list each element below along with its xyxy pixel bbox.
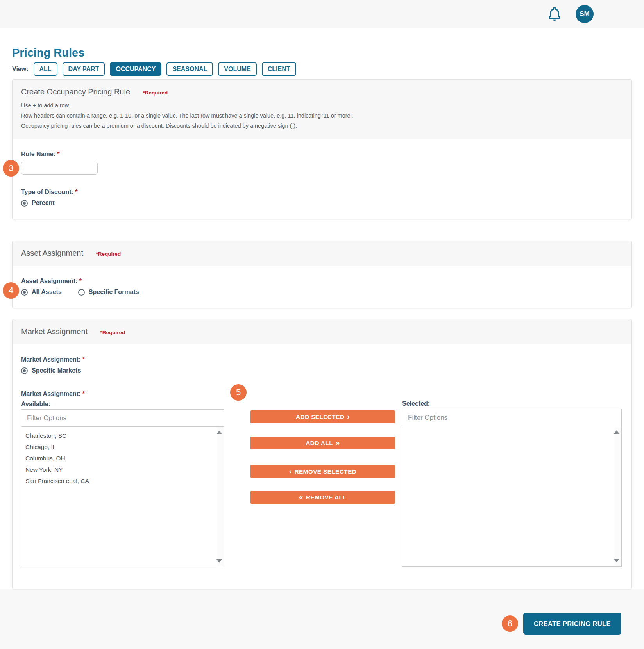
view-tab[interactable]: OCCUPANCY	[110, 62, 161, 76]
remove-selected-button[interactable]: ‹ REMOVE SELECTED	[250, 465, 395, 478]
remove-all-button[interactable]: « REMOVE ALL	[250, 491, 395, 504]
rule-name-label: Rule Name: *	[21, 149, 623, 159]
scroll-down-arrow-icon[interactable]	[614, 559, 619, 562]
double-chevron-left-icon: «	[299, 493, 303, 501]
scroll-down-arrow-icon[interactable]	[216, 559, 222, 563]
list-item[interactable]: Charleston, SC	[25, 430, 215, 441]
selected-list[interactable]	[402, 426, 622, 567]
required-note: *Required	[100, 330, 125, 335]
list-item[interactable]: New York, NY	[25, 464, 215, 475]
radio-icon	[21, 367, 28, 374]
chevron-right-icon: ›	[347, 413, 350, 420]
required-note: *Required	[143, 90, 168, 96]
add-selected-button[interactable]: ADD SELECTED ›	[250, 410, 395, 423]
view-tab[interactable]: SEASONAL	[166, 62, 213, 76]
available-filter-input[interactable]	[21, 409, 224, 427]
asset-assignment-label: Asset Assignment: *	[21, 276, 623, 286]
card-title: Market Assignment	[21, 327, 88, 336]
discount-type-radio-group: Percent	[21, 199, 623, 207]
selected-column: Selected:	[402, 389, 622, 567]
radio-option[interactable]: All Assets	[21, 289, 62, 296]
avatar[interactable]: SM	[576, 5, 594, 23]
available-list[interactable]: Charleston, SCChicago, ILColumbus, OHNew…	[21, 426, 224, 567]
market-assignment-label: Market Assignment: *	[21, 355, 623, 365]
scroll-up-arrow-icon[interactable]	[216, 431, 222, 434]
view-tab[interactable]: DAY PART	[63, 62, 105, 76]
card-header: Market Assignment *Required	[13, 319, 631, 344]
required-asterisk: *	[82, 356, 85, 363]
chevron-left-icon: ‹	[289, 467, 292, 475]
card-header: Asset Assignment *Required	[13, 241, 631, 266]
radio-option[interactable]: Percent	[21, 200, 55, 207]
step-badge-3: 3	[3, 160, 19, 177]
radio-option[interactable]: Specific Formats	[78, 289, 139, 296]
required-asterisk: *	[57, 151, 59, 157]
radio-icon	[21, 289, 28, 296]
view-tab-bar: View: ALLDAY PARTOCCUPANCYSEASONALVOLUME…	[12, 62, 632, 76]
view-tab[interactable]: CLIENT	[262, 62, 296, 76]
scrollbar-track[interactable]	[615, 427, 621, 566]
available-label: Available:	[21, 399, 224, 409]
rule-name-input[interactable]	[21, 162, 98, 175]
view-label: View:	[12, 66, 29, 73]
card-body: Asset Assignment: * All Assets Specific …	[13, 266, 631, 308]
scrollbar-track[interactable]	[217, 427, 224, 566]
add-all-button[interactable]: ADD ALL »	[250, 437, 395, 449]
radio-option[interactable]: Specific Markets	[21, 367, 81, 374]
required-asterisk: *	[75, 189, 77, 195]
required-asterisk: *	[79, 278, 82, 284]
available-list-items: Charleston, SCChicago, ILColumbus, OHNew…	[25, 430, 215, 487]
step-badge-4: 4	[3, 282, 19, 299]
create-occupancy-pricing-rule-card: 3 Create Occupancy Pricing Rule *Require…	[12, 79, 632, 219]
footer: 6 CREATE PRICING RULE	[0, 589, 644, 649]
required-note: *Required	[96, 251, 121, 257]
view-tab[interactable]: ALL	[34, 62, 57, 76]
card-title: Asset Assignment	[21, 249, 83, 257]
scroll-up-arrow-icon[interactable]	[614, 430, 619, 434]
list-item[interactable]: Chicago, IL	[25, 441, 215, 453]
market-assignment-radio-group: Specific Markets	[21, 366, 623, 375]
required-asterisk: *	[82, 390, 85, 397]
main-content: Pricing Rules View: ALLDAY PARTOCCUPANCY…	[0, 28, 644, 589]
selected-label: Selected:	[402, 399, 622, 409]
list-item[interactable]: Columbus, OH	[25, 453, 215, 464]
type-of-discount-label: Type of Discount: *	[21, 187, 623, 197]
card-body: Market Assignment: * Specific Markets 5 …	[13, 344, 631, 589]
radio-icon	[78, 289, 85, 296]
step-badge-5: 5	[230, 384, 247, 401]
asset-assignment-radio-group: All Assets Specific Formats	[21, 288, 623, 296]
available-column: Market Assignment: * Available: Charlest…	[21, 389, 224, 567]
help-line: Use + to add a row.	[21, 100, 623, 111]
page-title: Pricing Rules	[12, 28, 632, 59]
list-item[interactable]: San Francisco et al, CA	[25, 475, 215, 487]
card-title: Create Occupancy Pricing Rule	[21, 87, 130, 96]
transfer-buttons-column: ADD SELECTED › ADD ALL » ‹ REMOVE SELECT…	[250, 389, 395, 567]
create-pricing-rule-button[interactable]: CREATE PRICING RULE	[523, 613, 621, 635]
step-badge-6: 6	[502, 615, 518, 632]
market-dual-list: 5 Market Assignment: * Available: Charle…	[21, 389, 623, 567]
card-body: Rule Name: * Type of Discount: * Percent	[13, 139, 631, 219]
radio-icon	[21, 200, 28, 207]
card-header: Create Occupancy Pricing Rule *Required …	[13, 80, 631, 139]
selected-filter-input[interactable]	[402, 409, 622, 426]
bell-icon	[547, 6, 562, 22]
market-assignment-card: Market Assignment *Required Market Assig…	[12, 319, 632, 589]
notifications-button[interactable]	[547, 6, 562, 22]
help-text: Use + to add a row.Row headers can conta…	[21, 100, 623, 131]
view-tab[interactable]: VOLUME	[218, 62, 256, 76]
asset-assignment-card: 4 Asset Assignment *Required Asset Assig…	[12, 241, 632, 308]
help-line: Occupancy pricing rules can be a premium…	[21, 121, 623, 131]
market-assignment-list-label: Market Assignment: *	[21, 389, 224, 399]
view-tabs: ALLDAY PARTOCCUPANCYSEASONALVOLUMECLIENT	[34, 62, 296, 76]
help-line: Row headers can contain a range, e.g. 1-…	[21, 111, 623, 121]
double-chevron-right-icon: »	[336, 439, 340, 446]
topbar: SM	[0, 0, 644, 28]
